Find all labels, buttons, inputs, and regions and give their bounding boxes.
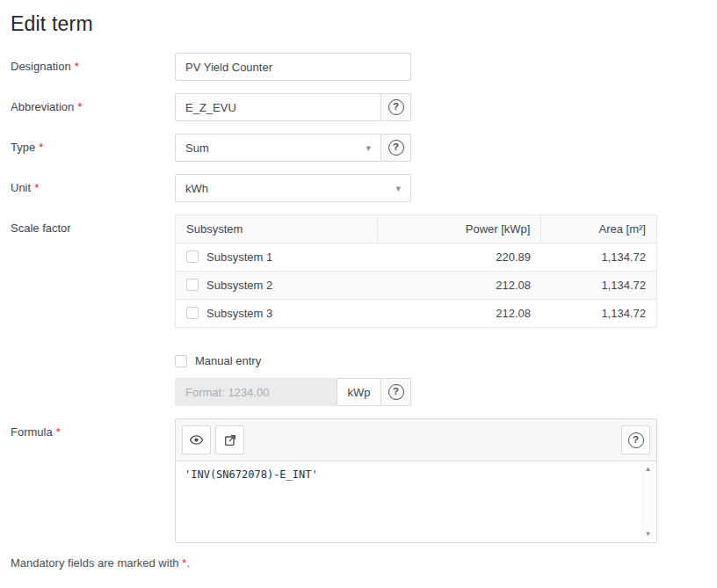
required-asterisk: * — [39, 141, 43, 154]
help-icon: ? — [388, 99, 404, 115]
abbreviation-label: Abbreviation* — [11, 93, 175, 113]
required-asterisk: * — [75, 60, 79, 73]
subsystem-power: 212.08 — [378, 272, 541, 300]
unit-label: Unit* — [11, 174, 175, 194]
table-row: Subsystem 2 212.08 1,134.72 — [176, 272, 657, 300]
open-external-button[interactable] — [215, 425, 244, 454]
vertical-scrollbar[interactable]: ▲ ▼ — [641, 462, 655, 541]
eye-icon — [189, 432, 204, 447]
subsystem-power: 212.08 — [378, 300, 541, 328]
subsystem-name: Subsystem 3 — [206, 307, 272, 320]
manual-entry-checkbox[interactable] — [175, 355, 187, 367]
help-icon: ? — [388, 140, 404, 156]
formula-label: Formula* — [11, 418, 175, 439]
unit-select-value: kWh — [185, 182, 208, 195]
mandatory-fields-note: Mandatory fields are marked with *. — [11, 555, 706, 570]
unit-addon-label: kWp — [337, 378, 381, 406]
table-row: Subsystem 1 220.89 1,134.72 — [176, 243, 657, 272]
subsystem-power: 220.89 — [378, 243, 541, 272]
chevron-down-icon: ▾ — [366, 143, 371, 153]
column-header-subsystem: Subsystem — [176, 215, 378, 243]
scroll-up-arrow-icon[interactable]: ▲ — [645, 466, 652, 473]
type-label: Type* — [11, 134, 175, 154]
abbreviation-input[interactable] — [175, 93, 381, 121]
external-link-icon — [223, 433, 237, 447]
subsystem-2-checkbox[interactable] — [186, 279, 199, 291]
type-select-value: Sum — [185, 142, 209, 155]
type-help-button[interactable]: ? — [380, 134, 411, 162]
subsystem-name: Subsystem 1 — [206, 250, 272, 264]
type-select[interactable]: Sum ▾ — [175, 134, 381, 162]
subsystem-area: 1,134.72 — [541, 300, 657, 328]
help-icon: ? — [628, 432, 644, 448]
column-header-power: Power [kWp] — [378, 215, 541, 243]
page-title: Edit term — [11, 12, 706, 36]
table-row: Subsystem 3 212.08 1,134.72 — [176, 300, 657, 328]
help-icon: ? — [388, 384, 404, 400]
formula-input[interactable]: 'INV(SN672078)-E_INT' — [176, 461, 656, 542]
type-row: Type* Sum ▾ ? — [11, 134, 706, 162]
abbreviation-row: Abbreviation* ? — [11, 93, 706, 121]
scale-factor-label: Scale factor — [11, 214, 175, 235]
designation-input[interactable] — [175, 53, 411, 81]
manual-value-help-button[interactable]: ? — [380, 378, 411, 406]
subsystem-table: Subsystem Power [kWp] Area [m²] Subsyste… — [175, 214, 657, 328]
manual-entry-label: Manual entry — [195, 354, 261, 367]
table-header-row: Subsystem Power [kWp] Area [m²] — [176, 215, 657, 243]
preview-button[interactable] — [182, 425, 211, 454]
unit-select[interactable]: kWh ▾ — [175, 174, 411, 202]
scale-factor-row: Scale factor Subsystem Power [kWp] Area … — [11, 214, 706, 328]
required-asterisk: * — [34, 181, 39, 194]
formula-row: Formula* — [11, 418, 706, 543]
designation-label: Designation* — [11, 53, 175, 73]
scroll-down-arrow-icon[interactable]: ▼ — [645, 531, 652, 538]
column-header-area: Area [m²] — [541, 215, 657, 243]
abbreviation-help-button[interactable]: ? — [380, 93, 411, 121]
subsystem-area: 1,134.72 — [541, 243, 657, 272]
designation-row: Designation* — [11, 53, 706, 81]
unit-row: Unit* kWh ▾ — [11, 174, 706, 202]
formula-help-button[interactable]: ? — [621, 425, 650, 454]
required-asterisk: * — [56, 425, 61, 439]
formula-editor: 'INV(SN672078)-E_INT' ▲ ▼ — [176, 461, 656, 542]
manual-value-input — [175, 378, 337, 406]
manual-entry-toggle[interactable]: Manual entry — [175, 347, 411, 367]
manual-value-row: kWp ? — [11, 378, 706, 406]
chevron-down-icon: ▾ — [395, 184, 401, 193]
subsystem-name: Subsystem 2 — [206, 279, 272, 292]
edit-term-form: Edit term Designation* Abbreviation* ? T… — [0, 0, 717, 570]
manual-entry-row: Manual entry — [11, 347, 706, 367]
subsystem-3-checkbox[interactable] — [186, 307, 199, 319]
subsystem-area: 1,134.72 — [541, 272, 657, 300]
required-asterisk: * — [77, 100, 82, 113]
subsystem-1-checkbox[interactable] — [186, 250, 199, 263]
formula-toolbar: ? — [176, 419, 656, 461]
formula-editor-box: ? 'INV(SN672078)-E_INT' ▲ ▼ — [175, 418, 657, 543]
